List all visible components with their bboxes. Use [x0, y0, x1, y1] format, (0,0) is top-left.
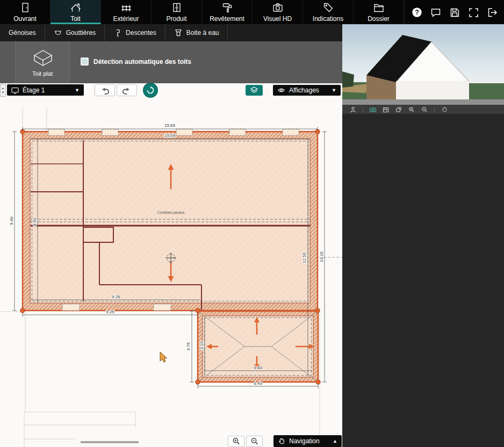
tab-indications[interactable]: Indications [303, 0, 354, 24]
ribbon-item-label: Génoises [9, 29, 36, 37]
stepper-down-icon[interactable]: ▼ [2, 91, 5, 95]
save-icon[interactable] [449, 6, 460, 18]
tag-icon [322, 2, 334, 13]
roof-tool-button[interactable] [143, 83, 158, 98]
stepper-up-icon[interactable]: ▲ [2, 86, 5, 91]
redo-button[interactable] [117, 84, 137, 96]
zoom-in-3d-icon[interactable] [408, 106, 415, 113]
room-label: Combles perdus [157, 211, 185, 215]
dim-right-inner: 12.56 [302, 252, 307, 263]
zoom-out-3d-icon[interactable] [421, 106, 428, 113]
tab-label: Extérieur [113, 15, 139, 23]
mouse-cursor [160, 352, 167, 362]
door-icon [19, 2, 31, 13]
tab-revetement[interactable]: Revêtement [202, 0, 253, 24]
dim-annex-left-outer: 3.76 [186, 342, 191, 351]
floor-stepper[interactable]: ▲▼ [0, 84, 6, 97]
camera-icon [272, 2, 284, 13]
undo-button[interactable] [95, 84, 115, 96]
tab-dossier[interactable]: Dossier [354, 0, 404, 24]
tab-exterieur[interactable]: Extérieur [101, 0, 152, 24]
ribbon-item-gouttieres[interactable]: Gouttières [45, 24, 105, 41]
toolbar-actions: ? [404, 0, 504, 24]
house-wall-3d [396, 81, 469, 100]
toolbar-separator [434, 107, 435, 112]
3d-scene [342, 24, 504, 105]
ribbon-item-descentes[interactable]: Descentes [105, 24, 165, 41]
dim-left-inner: 8.60 [32, 218, 37, 226]
flat-roof-icon [30, 48, 55, 67]
furniture-icon [171, 2, 183, 13]
tab-label: Dossier [368, 15, 390, 23]
tab-toit[interactable]: Toit [51, 0, 101, 24]
distant-wall [469, 76, 504, 83]
dim-annex-bottom-inner: 5.83 [254, 365, 262, 370]
dim-top-inner: 15.09 [164, 133, 176, 138]
redo-icon [121, 85, 132, 96]
ribbon-item-label: Descentes [126, 29, 156, 37]
avatar-view-icon[interactable] [350, 106, 356, 113]
chevron-down-icon: ▼ [75, 88, 80, 93]
paint-roller-icon [221, 2, 233, 13]
tab-label: Produit [166, 15, 186, 23]
floor-selector[interactable]: Étage 1 ▼ [7, 84, 84, 96]
floor-plan-drawing[interactable]: 15.69 15.09 9.40 8.60 12.56 13.16 9.26 9… [0, 83, 342, 447]
navigation-label: Navigation [289, 437, 320, 445]
navigation-dropdown[interactable]: Navigation ▲ [273, 435, 342, 447]
layers-icon [250, 86, 258, 95]
duplicate-view-icon[interactable] [395, 106, 402, 113]
application-window: Ouvrant Toit Extérieur Produit Revêtemen… [0, 0, 504, 447]
roof-sub-toolbar: Génoises Gouttières Descentes Boite à ea… [0, 24, 342, 41]
zoom-out-icon [250, 437, 259, 445]
flat-roof-tool[interactable]: Toit plat [15, 41, 70, 83]
fullscreen-icon[interactable] [467, 6, 479, 18]
auto-detect-checkbox[interactable] [81, 57, 89, 66]
zoom-out-button[interactable] [246, 436, 263, 447]
roof-tool-panel: Toit plat Détection automatique des toit… [0, 41, 342, 83]
zoom-in-button[interactable] [228, 436, 244, 447]
hand-icon [278, 437, 285, 445]
tab-ouvrant[interactable]: Ouvrant [0, 0, 51, 24]
plan-canvas[interactable]: 15.69 15.09 9.40 8.60 12.56 13.16 9.26 9… [0, 83, 342, 447]
ribbon-item-genoises[interactable]: Génoises [0, 24, 45, 41]
floor-icon [11, 86, 19, 94]
comment-icon[interactable] [430, 6, 441, 18]
dim-annex-bottom-outer: 6.43 [254, 381, 262, 386]
tab-produit[interactable]: Produit [152, 0, 202, 24]
auto-detect-label: Détection automatique des toits [93, 58, 191, 66]
floor-selector-label: Étage 1 [23, 86, 45, 94]
tab-label: Visuel HD [263, 15, 292, 23]
toolbar-separator [363, 107, 363, 112]
3d-view-toolbar [342, 105, 504, 114]
pan-hand-icon[interactable] [441, 106, 448, 113]
layers-button[interactable] [246, 85, 263, 96]
road [342, 99, 504, 105]
folder-icon [373, 2, 385, 13]
main-toolbar: Ouvrant Toit Extérieur Produit Revêtemen… [0, 0, 504, 24]
3d-preview-viewport[interactable] [342, 24, 504, 105]
camera-view-icon[interactable] [370, 106, 376, 113]
tab-visuel-hd[interactable]: Visuel HD [253, 0, 303, 24]
ribbon-item-label: Gouttières [66, 29, 96, 37]
water-box-icon [174, 28, 183, 37]
circular-arrow-icon [146, 86, 155, 95]
dim-bottom-inner: 9.26 [112, 294, 120, 299]
displays-dropdown[interactable]: Affichages ▼ [273, 85, 341, 96]
exit-icon[interactable] [486, 6, 498, 18]
ribbon-item-boite-a-eau[interactable]: Boite à eau [165, 24, 228, 41]
dim-annex-left-inner: 3.16 [199, 341, 204, 350]
flat-roof-label: Toit plat [32, 70, 53, 77]
chevron-down-icon: ▼ [332, 88, 336, 93]
undo-icon [99, 85, 110, 96]
walls-view-icon[interactable] [383, 106, 389, 113]
tab-label: Revêtement [210, 15, 244, 23]
dim-bottom-outer: 9.25 [106, 309, 114, 314]
ribbon-item-label: Boite à eau [186, 29, 219, 37]
right-panel-empty-area [342, 114, 504, 447]
displays-label: Affichages [289, 86, 319, 94]
help-button[interactable]: ? [411, 6, 422, 18]
tab-label: Toit [70, 15, 81, 23]
main-roof-shape[interactable] [23, 132, 318, 311]
auto-detect-row: Détection automatique des toits [81, 57, 191, 66]
downspout-icon [113, 28, 122, 37]
